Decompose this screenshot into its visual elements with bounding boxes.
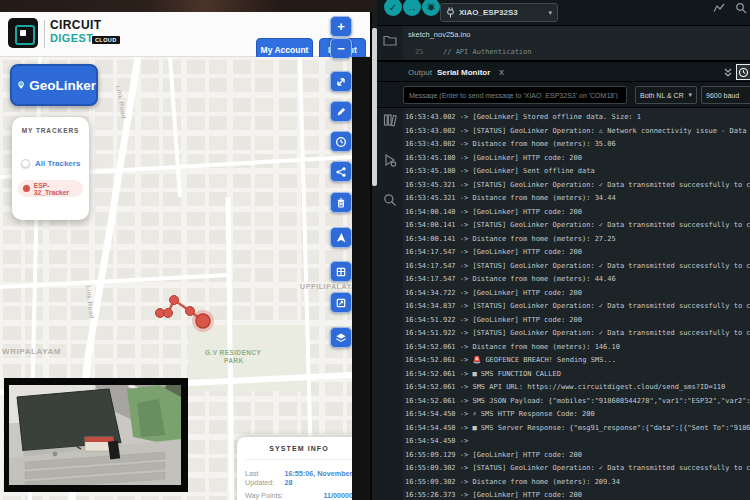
fullscreen-icon [335,76,347,88]
trash-icon [335,197,347,209]
serial-log-line: 16:53:43.002 -> [GeoLinker] Stored offli… [405,111,750,125]
map-label-wripalayam: WRIPALAYAM [2,347,61,356]
serial-monitor-tab[interactable]: Serial Monitor [437,68,490,77]
logo-cloud-badge: CLOUD [92,36,120,44]
map-zoom-out-button[interactable]: − [330,38,352,59]
system-info-panel: SYSTEM INFO Last Updated: 16:55:06, Nove… [237,437,361,500]
map-history-button[interactable] [330,131,352,152]
map-share-button[interactable] [330,161,352,182]
map-grid-button[interactable] [330,261,352,282]
library-manager-icon[interactable] [382,112,398,128]
editor-tab-bar: sketch_nov25a.ino [403,26,750,44]
search-icon[interactable] [382,192,398,208]
serial-log-line: 16:54:51.922 -> [STATUS] GeoLinker Opera… [405,327,750,341]
serial-log-line: 16:53:45.321 -> Distance from home (mete… [405,192,750,206]
line-ending-dropdown[interactable]: Both NL & CR ▾ [635,86,697,104]
browser-window: CIRCUIT DIGEST CLOUD My Account Logout [0,0,372,500]
serial-log-line: 16:53:45.180 -> [GeoLinker] HTTP code: 2… [405,152,750,166]
serial-log-line: 16:55:09.302 -> Distance from home (mete… [405,476,750,490]
all-trackers-radio[interactable] [21,159,30,168]
navigation-arrow-icon [335,232,347,244]
baud-rate-dropdown[interactable]: 9600 baud [701,86,750,104]
tracker-name-label: ESP-32_Tracker [34,182,83,196]
autoscroll-toggle-button[interactable] [720,64,735,80]
serial-plotter-icon[interactable] [713,2,725,14]
serial-log-line: 16:54:51.922 -> [GeoLinker] HTTP code: 2… [405,314,750,328]
map-zoom-in-button[interactable]: + [330,16,352,37]
output-tab[interactable]: Output [408,68,432,77]
ide-toolbar: ✓ → XIAO_ESP32S3 ▾ [377,0,750,26]
timestamp-toggle-button[interactable] [736,64,750,80]
serial-log-line: 16:53:43.002 -> Distance from home (mete… [405,138,750,152]
serial-message-input[interactable] [403,86,627,104]
layers-icon [335,332,347,344]
table-icon [335,266,347,278]
map-fullscreen-button[interactable] [330,71,352,92]
serial-log-line: 16:53:45.321 -> [STATUS] GeoLinker Opera… [405,179,750,193]
map-delete-button[interactable] [330,192,352,213]
usb-plug-icon [446,7,455,18]
verify-button[interactable]: ✓ [384,0,402,16]
serial-log-line: 16:54:54.450 -> ■ SMS Server Response: {… [405,422,750,436]
code-comment: // API Authentication [443,48,532,56]
map-layers-button[interactable] [330,327,352,348]
serial-log-line: 16:54:00.141 -> [STATUS] GeoLinker Opera… [405,219,750,233]
serial-log-line: 16:54:52.061 -> ■ SMS FUNCTION CALLED [405,368,750,382]
map-label-park-line1: G.V RESIDENCY [205,349,261,356]
serial-log-line: 16:53:43.002 -> [STATUS] GeoLinker Opera… [405,125,750,139]
baud-rate-value: 9600 baud [706,92,739,99]
serial-log-line: 16:54:00.141 -> Distance from home (mete… [405,233,750,247]
map-export-button[interactable] [330,292,352,313]
code-line-number: 25 [415,48,423,56]
serial-log-line: 16:55:09.129 -> [GeoLinker] HTTP code: 2… [405,449,750,463]
last-updated-label: Last Updated: [245,469,284,487]
bottom-panel-header: Output Serial Monitor X [377,62,750,82]
camera-photo-inset [4,378,188,492]
logo-text-digest: DIGEST [50,32,93,44]
board-selector-caret-icon: ▾ [548,9,552,17]
upload-button[interactable]: → [403,0,421,16]
map-label-uppilipalayam: UPPILIPALAYAM [300,283,352,290]
serial-monitor-icon[interactable] [735,2,747,14]
arduino-ide-window: ✓ → XIAO_ESP32S3 ▾ sketch_nov25a.ino 2 [377,0,750,500]
logo-text-circuit: CIRCUIT [50,18,101,32]
serial-log-line: 16:54:52.061 -> 🚨 GEOFENCE BREACH! Sendi… [405,354,750,368]
close-serial-tab-icon[interactable]: X [499,68,504,77]
share-icon [335,166,347,178]
sketch-tab[interactable]: sketch_nov25a.ino [408,30,471,39]
all-trackers-option[interactable]: All Trackers [21,159,80,168]
sketchbook-folder-icon[interactable] [382,32,398,48]
waypoints-value: 11/00000 [323,491,353,500]
logo-divider [44,20,45,48]
waypoints-label: Way Points: [245,491,283,500]
serial-log-line: 16:54:52.061 -> SMS JSON Payload: {"mobi… [405,395,750,409]
serial-log-line: 16:54:34.837 -> [STATUS] GeoLinker Opera… [405,300,750,314]
serial-log-line: 16:54:00.140 -> [GeoLinker] HTTP code: 2… [405,206,750,220]
code-editor[interactable]: 25 // API Authentication [403,44,750,60]
all-trackers-label: All Trackers [35,159,80,168]
serial-log-line: 16:55:09.302 -> [STATUS] GeoLinker Opera… [405,462,750,476]
circuitdigest-logo-icon [8,18,38,48]
tracker-item-esp32[interactable]: ESP-32_Tracker [18,180,83,197]
serial-log-line: 16:54:17.547 -> Distance from home (mete… [405,273,750,287]
pencil-icon [335,106,347,118]
serial-monitor-output[interactable]: 16:53:43.002 -> [GeoLinker] Stored offli… [403,108,750,500]
map-measure-button[interactable] [330,101,352,122]
serial-message-row: Both NL & CR ▾ 9600 baud [377,82,750,108]
debug-panel-icon[interactable] [382,152,398,168]
my-trackers-panel: MY TRACKERS All Trackers ESP-32_Tracker [12,117,89,220]
geolinker-pin-icon [18,73,24,97]
trackers-panel-title: MY TRACKERS [12,127,89,134]
serial-log-line: 16:54:54.450 -> ⚡ SMS HTTP Response Code… [405,408,750,422]
bug-icon [426,2,436,12]
map-label-park-line2: PARK [224,357,244,364]
board-selector-dropdown[interactable]: XIAO_ESP32S3 ▾ [440,3,558,22]
export-image-icon [335,297,347,309]
debug-button[interactable] [422,0,440,16]
geolinker-badge[interactable]: GeoLinker [10,64,98,106]
system-info-divider [245,459,353,460]
map-locate-button[interactable] [330,227,352,248]
browser-top-strip [0,0,372,12]
photo-content [9,385,181,485]
serial-log-line: 16:55:26.373 -> [GeoLinker] HTTP code: 2… [405,489,750,500]
